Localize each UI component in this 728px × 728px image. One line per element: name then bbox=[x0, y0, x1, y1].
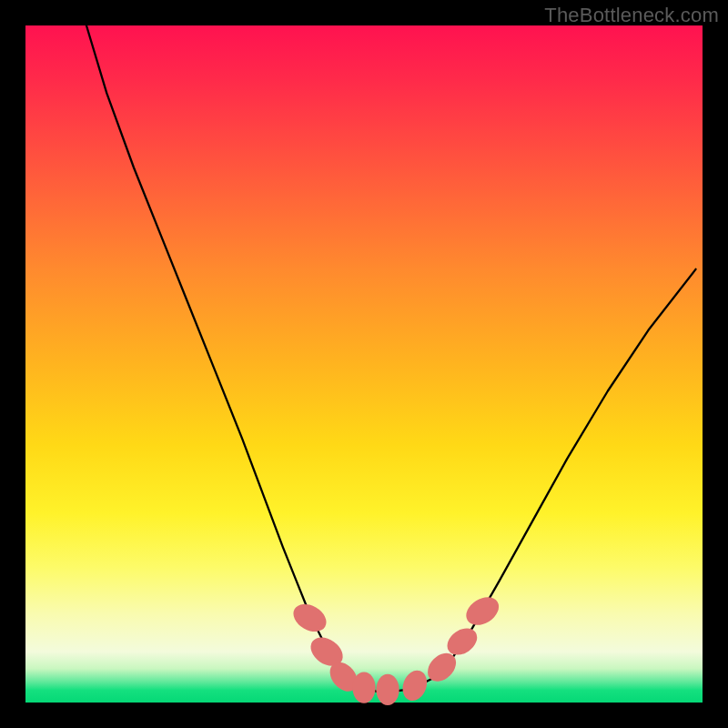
svg-point-0 bbox=[288, 599, 331, 638]
watermark-text: TheBottleneck.com bbox=[544, 4, 719, 27]
chart-frame: TheBottleneck.com bbox=[0, 0, 728, 728]
plot-area bbox=[25, 25, 703, 703]
svg-point-4 bbox=[376, 674, 399, 705]
chart-svg bbox=[25, 25, 703, 703]
svg-point-5 bbox=[399, 667, 430, 704]
svg-point-3 bbox=[352, 672, 375, 703]
curve-markers bbox=[288, 592, 504, 705]
curve-line bbox=[86, 25, 696, 692]
svg-point-8 bbox=[461, 592, 504, 631]
